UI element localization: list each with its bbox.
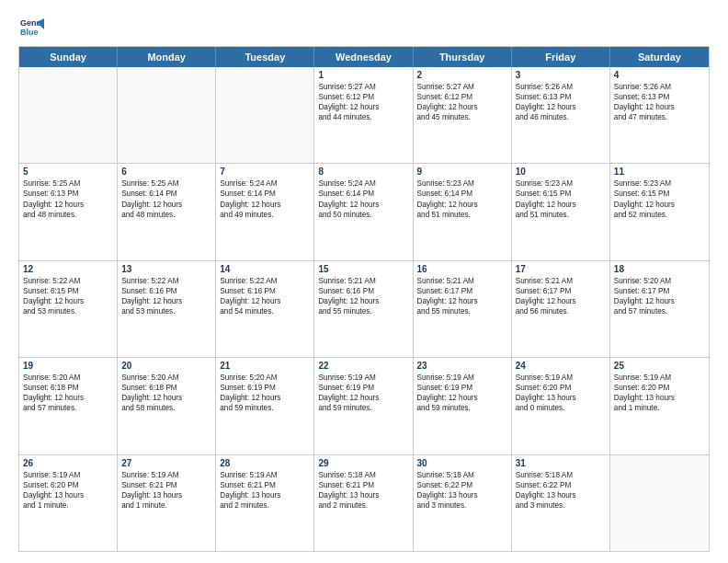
cell-line: Sunset: 6:13 PM <box>614 92 705 102</box>
cell-line: Daylight: 12 hours <box>417 393 507 403</box>
cell-line: and 48 minutes. <box>121 210 211 220</box>
empty-cell-0-0 <box>19 67 118 163</box>
cell-line: Sunrise: 5:27 AM <box>318 82 408 92</box>
day-cell-24: 24Sunrise: 5:19 AMSunset: 6:20 PMDayligh… <box>512 358 610 454</box>
empty-cell-4-6 <box>610 455 709 551</box>
day-number: 7 <box>220 167 310 177</box>
cell-line: and 59 minutes. <box>220 403 310 413</box>
cell-line: Sunrise: 5:22 AM <box>121 276 211 286</box>
cell-line: Sunrise: 5:18 AM <box>417 470 507 480</box>
cell-line: Daylight: 12 hours <box>614 200 705 210</box>
cell-line: and 44 minutes. <box>318 112 408 122</box>
day-number: 10 <box>516 167 606 177</box>
cell-line: Sunset: 6:17 PM <box>516 286 606 296</box>
day-number: 20 <box>121 361 211 371</box>
cell-line: and 55 minutes. <box>318 306 408 316</box>
cell-line: and 0 minutes. <box>516 403 606 413</box>
day-number: 3 <box>516 70 606 80</box>
cell-line: Sunrise: 5:19 AM <box>220 470 310 480</box>
cell-line: Sunrise: 5:18 AM <box>318 470 408 480</box>
cell-line: Daylight: 12 hours <box>220 296 310 306</box>
cell-line: and 53 minutes. <box>23 306 113 316</box>
day-cell-17: 17Sunrise: 5:21 AMSunset: 6:17 PMDayligh… <box>512 261 610 357</box>
cell-line: Sunset: 6:21 PM <box>121 480 211 490</box>
cell-line: Daylight: 12 hours <box>417 102 507 112</box>
day-cell-19: 19Sunrise: 5:20 AMSunset: 6:18 PMDayligh… <box>19 358 118 454</box>
cell-line: Daylight: 12 hours <box>220 200 310 210</box>
cell-line: Sunset: 6:16 PM <box>220 286 310 296</box>
cell-line: Sunset: 6:14 PM <box>220 189 310 199</box>
day-cell-15: 15Sunrise: 5:21 AMSunset: 6:16 PMDayligh… <box>314 261 413 357</box>
day-cell-31: 31Sunrise: 5:18 AMSunset: 6:22 PMDayligh… <box>512 455 610 551</box>
cell-line: and 53 minutes. <box>121 306 211 316</box>
cell-line: and 49 minutes. <box>220 210 310 220</box>
cell-line: and 54 minutes. <box>220 306 310 316</box>
day-number: 27 <box>121 458 211 468</box>
cell-line: Sunrise: 5:20 AM <box>220 373 310 383</box>
cell-line: and 57 minutes. <box>614 306 705 316</box>
cell-line: Daylight: 12 hours <box>417 296 507 306</box>
day-number: 5 <box>23 167 113 177</box>
cell-line: Sunrise: 5:22 AM <box>23 276 113 286</box>
cell-line: Daylight: 13 hours <box>516 490 606 500</box>
day-number: 18 <box>614 264 705 274</box>
cell-line: Sunrise: 5:19 AM <box>417 373 507 383</box>
cell-line: and 2 minutes. <box>318 500 408 511</box>
day-number: 29 <box>318 458 408 468</box>
cell-line: and 51 minutes. <box>417 210 507 220</box>
cell-line: Sunset: 6:19 PM <box>318 383 408 393</box>
cell-line: and 52 minutes. <box>614 210 705 220</box>
calendar-row-3: 19Sunrise: 5:20 AMSunset: 6:18 PMDayligh… <box>19 357 709 454</box>
svg-text:Blue: Blue <box>20 28 39 37</box>
weekday-header-saturday: Saturday <box>610 47 709 67</box>
weekday-header-wednesday: Wednesday <box>314 47 413 67</box>
cell-line: and 50 minutes. <box>318 210 408 220</box>
cell-line: Daylight: 12 hours <box>121 200 211 210</box>
cell-line: Daylight: 12 hours <box>614 296 705 306</box>
cell-line: Sunrise: 5:19 AM <box>614 373 705 383</box>
cell-line: Daylight: 13 hours <box>23 490 113 500</box>
cell-line: and 59 minutes. <box>318 403 408 413</box>
cell-line: and 51 minutes. <box>516 210 606 220</box>
cell-line: Sunrise: 5:23 AM <box>417 178 507 189</box>
calendar-row-2: 12Sunrise: 5:22 AMSunset: 6:15 PMDayligh… <box>19 260 709 357</box>
cell-line: Daylight: 12 hours <box>516 200 606 210</box>
cell-line: Sunset: 6:17 PM <box>614 286 705 296</box>
cell-line: Sunset: 6:21 PM <box>318 480 408 490</box>
day-number: 17 <box>516 264 606 274</box>
day-number: 16 <box>417 264 507 274</box>
cell-line: and 57 minutes. <box>23 403 113 413</box>
cell-line: Sunrise: 5:26 AM <box>614 82 705 92</box>
cell-line: Daylight: 12 hours <box>516 102 606 112</box>
calendar-header: SundayMondayTuesdayWednesdayThursdayFrid… <box>19 47 709 67</box>
day-number: 21 <box>220 361 310 371</box>
cell-line: Sunset: 6:13 PM <box>516 92 606 102</box>
cell-line: Sunset: 6:14 PM <box>417 189 507 199</box>
cell-line: and 3 minutes. <box>516 500 606 511</box>
cell-line: Sunset: 6:22 PM <box>417 480 507 490</box>
cell-line: Daylight: 13 hours <box>220 490 310 500</box>
day-number: 14 <box>220 264 310 274</box>
cell-line: Sunrise: 5:23 AM <box>516 178 606 189</box>
cell-line: Sunrise: 5:19 AM <box>318 373 408 383</box>
cell-line: Daylight: 12 hours <box>516 296 606 306</box>
cell-line: Sunrise: 5:23 AM <box>614 178 705 189</box>
cell-line: Daylight: 12 hours <box>23 200 113 210</box>
day-cell-9: 9Sunrise: 5:23 AMSunset: 6:14 PMDaylight… <box>414 164 512 259</box>
day-number: 12 <box>23 264 113 274</box>
cell-line: Sunrise: 5:20 AM <box>23 373 113 383</box>
cell-line: and 58 minutes. <box>121 403 211 413</box>
cell-line: and 2 minutes. <box>220 500 310 511</box>
day-cell-14: 14Sunrise: 5:22 AMSunset: 6:16 PMDayligh… <box>216 261 314 357</box>
cell-line: Sunrise: 5:25 AM <box>121 178 211 189</box>
day-cell-11: 11Sunrise: 5:23 AMSunset: 6:15 PMDayligh… <box>610 164 709 259</box>
cell-line: Sunset: 6:19 PM <box>417 383 507 393</box>
cell-line: Daylight: 12 hours <box>318 296 408 306</box>
cell-line: Sunrise: 5:25 AM <box>23 178 113 189</box>
day-cell-8: 8Sunrise: 5:24 AMSunset: 6:14 PMDaylight… <box>314 164 413 259</box>
empty-cell-0-2 <box>216 67 314 163</box>
cell-line: Sunrise: 5:19 AM <box>516 373 606 383</box>
day-cell-29: 29Sunrise: 5:18 AMSunset: 6:21 PMDayligh… <box>314 455 413 551</box>
day-cell-4: 4Sunrise: 5:26 AMSunset: 6:13 PMDaylight… <box>610 67 709 163</box>
day-cell-28: 28Sunrise: 5:19 AMSunset: 6:21 PMDayligh… <box>216 455 314 551</box>
